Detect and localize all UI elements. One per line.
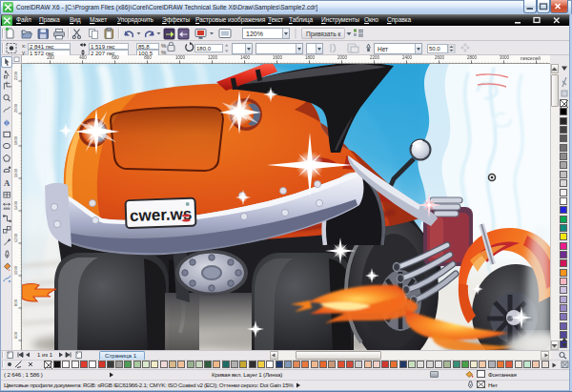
svg-text:A: A: [4, 178, 10, 188]
